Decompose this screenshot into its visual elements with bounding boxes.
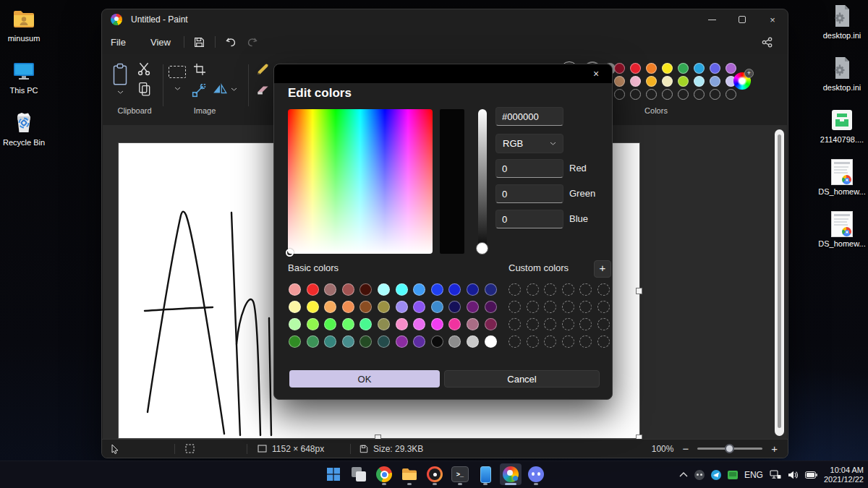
custom-color-slot[interactable] xyxy=(509,283,521,296)
custom-color-slot[interactable] xyxy=(544,318,556,330)
basic-color-swatch[interactable] xyxy=(396,335,408,348)
resize-icon[interactable] xyxy=(192,83,206,98)
saturation-value-picker[interactable] xyxy=(288,109,433,254)
basic-color-swatch[interactable] xyxy=(467,335,479,348)
basic-color-swatch[interactable] xyxy=(396,301,408,313)
basic-color-swatch[interactable] xyxy=(359,283,372,296)
custom-color-slot[interactable] xyxy=(544,335,556,348)
green-input[interactable] xyxy=(495,184,563,203)
custom-color-slot[interactable] xyxy=(527,301,539,313)
taskbar-recorder-button[interactable] xyxy=(424,463,446,485)
vertical-scrollbar[interactable] xyxy=(775,129,784,436)
ribbon-color-slot-empty[interactable] xyxy=(726,89,736,100)
custom-color-slot[interactable] xyxy=(509,335,521,348)
zoom-slider-thumb[interactable] xyxy=(725,444,734,453)
tray-chevron-up-icon[interactable] xyxy=(679,472,688,477)
battery-icon[interactable] xyxy=(805,471,817,479)
custom-color-slot[interactable] xyxy=(527,318,539,330)
custom-color-slot[interactable] xyxy=(544,301,556,313)
ribbon-color-slot-empty[interactable] xyxy=(630,89,641,100)
taskbar-chrome-button[interactable] xyxy=(373,463,395,485)
basic-color-swatch[interactable] xyxy=(307,318,319,330)
ok-button[interactable]: OK xyxy=(289,370,440,388)
ribbon-color-swatch[interactable] xyxy=(678,76,689,87)
basic-color-swatch[interactable] xyxy=(289,283,301,296)
custom-color-slot[interactable] xyxy=(544,283,556,296)
pencil-tool[interactable] xyxy=(255,61,271,77)
basic-color-swatch[interactable] xyxy=(324,301,336,313)
custom-color-slot[interactable] xyxy=(597,318,610,330)
basic-color-swatch[interactable] xyxy=(396,318,408,330)
basic-color-swatch[interactable] xyxy=(307,283,319,296)
basic-color-swatch[interactable] xyxy=(289,318,301,330)
maximize-button[interactable] xyxy=(727,9,757,30)
desktop-icon-recycle-bin[interactable]: Recycle Bin xyxy=(1,110,46,147)
network-icon[interactable] xyxy=(770,470,781,479)
desktop-icon-ds-homew-[interactable]: DS_homew... xyxy=(816,211,868,248)
basic-color-swatch[interactable] xyxy=(431,301,443,313)
ribbon-color-swatch[interactable] xyxy=(694,76,705,87)
close-button[interactable]: × xyxy=(757,9,788,30)
menu-file[interactable]: File xyxy=(102,34,135,51)
basic-color-swatch[interactable] xyxy=(413,335,425,348)
ribbon-color-slot-empty[interactable] xyxy=(662,89,673,100)
custom-color-slot[interactable] xyxy=(579,335,592,348)
basic-color-swatch[interactable] xyxy=(448,318,461,330)
basic-color-swatch[interactable] xyxy=(359,335,372,348)
ribbon-color-swatch[interactable] xyxy=(678,63,689,74)
basic-color-swatch[interactable] xyxy=(467,318,479,330)
custom-color-slot[interactable] xyxy=(562,318,574,330)
taskbar-task-view-button[interactable] xyxy=(348,463,370,485)
select-tool[interactable] xyxy=(169,66,186,90)
volume-icon[interactable] xyxy=(788,471,799,479)
custom-color-slot[interactable] xyxy=(527,335,539,348)
basic-color-swatch[interactable] xyxy=(448,301,461,313)
canvas-resize-handle-right[interactable] xyxy=(636,288,642,294)
basic-color-swatch[interactable] xyxy=(378,301,390,313)
share-icon[interactable] xyxy=(756,33,778,51)
basic-color-swatch[interactable] xyxy=(359,301,372,313)
basic-color-swatch[interactable] xyxy=(324,283,336,296)
tray-monitor-icon[interactable] xyxy=(728,471,738,479)
custom-color-slot[interactable] xyxy=(579,318,592,330)
desktop-icon-desktop-ini[interactable]: desktop.ini xyxy=(816,55,868,92)
custom-color-slot[interactable] xyxy=(527,283,539,296)
basic-color-swatch[interactable] xyxy=(324,335,336,348)
basic-color-swatch[interactable] xyxy=(467,283,479,296)
basic-color-swatch[interactable] xyxy=(289,335,301,348)
custom-color-slot[interactable] xyxy=(579,283,592,296)
basic-color-swatch[interactable] xyxy=(378,335,390,348)
taskbar-discord-button[interactable] xyxy=(525,463,547,485)
basic-color-swatch[interactable] xyxy=(289,301,301,313)
basic-color-swatch[interactable] xyxy=(485,318,497,330)
tray-telegram-icon[interactable] xyxy=(711,470,721,480)
basic-color-swatch[interactable] xyxy=(378,318,390,330)
basic-color-swatch[interactable] xyxy=(324,318,336,330)
basic-color-swatch[interactable] xyxy=(342,301,354,313)
edit-colors-button[interactable]: + xyxy=(733,72,751,90)
ribbon-color-slot-empty[interactable] xyxy=(694,89,705,100)
custom-color-slot[interactable] xyxy=(562,301,574,313)
zoom-out-button[interactable]: − xyxy=(682,442,689,455)
taskbar-file-explorer-button[interactable] xyxy=(399,463,420,485)
taskbar-phone-button[interactable] xyxy=(475,463,496,485)
eraser-tool[interactable] xyxy=(255,83,271,98)
red-input[interactable] xyxy=(495,159,563,178)
scrollbar-thumb[interactable] xyxy=(778,134,781,428)
desktop-icon-21140798-[interactable]: 21140798.... xyxy=(816,107,868,144)
ribbon-color-swatch[interactable] xyxy=(614,76,625,87)
basic-color-swatch[interactable] xyxy=(413,301,425,313)
ribbon-color-swatch[interactable] xyxy=(646,76,657,87)
basic-color-swatch[interactable] xyxy=(467,301,479,313)
basic-color-swatch[interactable] xyxy=(485,283,497,296)
basic-color-swatch[interactable] xyxy=(413,283,425,296)
ribbon-color-slot-empty[interactable] xyxy=(646,89,657,100)
save-icon[interactable] xyxy=(189,33,210,51)
desktop-icon-minusum[interactable]: minusum xyxy=(1,6,46,43)
cancel-button[interactable]: Cancel xyxy=(444,370,600,388)
taskbar-paint-button[interactable] xyxy=(500,463,522,485)
basic-color-swatch[interactable] xyxy=(448,335,461,348)
taskbar-start-button[interactable] xyxy=(323,463,344,485)
tray-discord-icon[interactable] xyxy=(694,470,705,480)
color-picker-cursor[interactable] xyxy=(286,249,294,257)
